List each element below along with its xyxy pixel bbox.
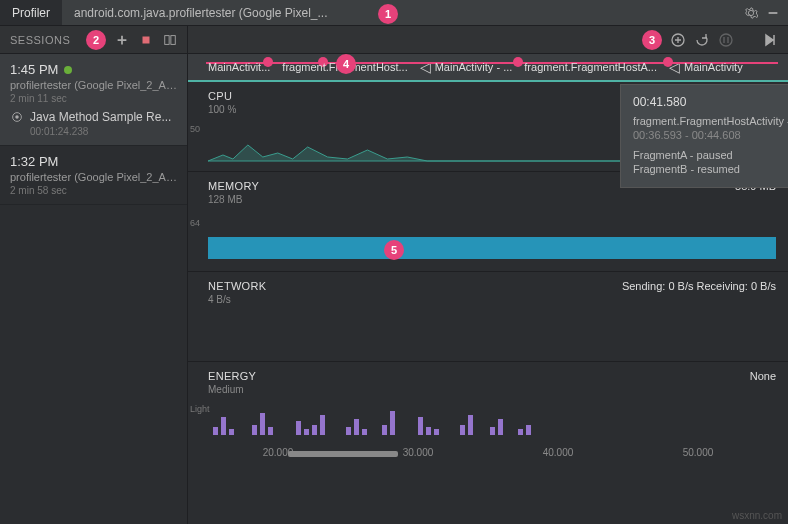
network-value: Sending: 0 B/s Receiving: 0 B/s bbox=[622, 280, 776, 292]
axis-mid: 50 bbox=[190, 124, 200, 134]
method-name: Java Method Sample Re... bbox=[30, 110, 171, 124]
svg-rect-3 bbox=[171, 35, 175, 44]
callout-3: 3 bbox=[642, 30, 662, 50]
energy-pane[interactable]: ENERGY None Medium Light bbox=[188, 362, 788, 443]
profiler-content: MainActivit... fragment.FragmentHost... … bbox=[188, 26, 788, 524]
activity-label: MainActivit... bbox=[208, 61, 270, 73]
svg-rect-0 bbox=[769, 12, 778, 14]
pane-title: CPU bbox=[208, 90, 232, 102]
activity-timeline[interactable]: MainActivit... fragment.FragmentHost... … bbox=[188, 54, 788, 82]
active-dot-icon bbox=[64, 66, 72, 74]
activity-label: MainActivity bbox=[684, 61, 743, 73]
network-pane[interactable]: NETWORK Sending: 0 B/s Receiving: 0 B/s … bbox=[188, 272, 788, 362]
minimize-icon[interactable] bbox=[766, 6, 780, 20]
range-selector[interactable] bbox=[288, 451, 398, 457]
pane-title: NETWORK bbox=[208, 280, 266, 292]
pane-title: MEMORY bbox=[208, 180, 259, 192]
svg-point-8 bbox=[720, 34, 732, 46]
session-name: profilertester (Google Pixel_2_API... bbox=[10, 79, 177, 91]
pause-icon[interactable] bbox=[718, 32, 734, 48]
svg-rect-2 bbox=[165, 35, 169, 44]
session-time: 1:32 PM bbox=[10, 154, 58, 169]
activity-label: fragment.FragmentHostA... bbox=[524, 61, 657, 73]
tooltip-line: FragmentA - paused bbox=[633, 149, 788, 161]
axis-mid: Light bbox=[190, 404, 210, 414]
memory-chart bbox=[208, 205, 776, 263]
session-duration: 2 min 58 sec bbox=[10, 185, 177, 196]
tab-profiler[interactable]: Profiler bbox=[0, 0, 62, 25]
jump-to-live-icon[interactable] bbox=[762, 32, 778, 48]
svg-rect-1 bbox=[143, 36, 150, 43]
callout-5: 5 bbox=[384, 240, 404, 260]
tooltip-title: fragment.FragmentHostActivity - stopped … bbox=[633, 115, 788, 127]
hover-tooltip: 00:41.580 fragment.FragmentHostActivity … bbox=[620, 84, 788, 188]
callout-4: 4 bbox=[336, 54, 356, 74]
zoom-in-icon[interactable] bbox=[670, 32, 686, 48]
axis-max: 128 MB bbox=[208, 194, 788, 205]
network-chart bbox=[208, 305, 776, 353]
layout-icon[interactable] bbox=[163, 33, 177, 47]
axis-mid: 64 bbox=[190, 218, 200, 228]
axis-max: 4 B/s bbox=[208, 294, 788, 305]
session-time: 1:45 PM bbox=[10, 62, 58, 77]
tooltip-time: 00:41.580 bbox=[633, 95, 788, 109]
activity-label: MainActivity - ... bbox=[435, 61, 513, 73]
tick: 40.000 bbox=[488, 447, 628, 458]
session-name: profilertester (Google Pixel_2_API... bbox=[10, 171, 177, 183]
tick: 50.000 bbox=[628, 447, 768, 458]
session-duration: 2 min 11 sec bbox=[10, 93, 177, 104]
callout-1: 1 bbox=[378, 4, 398, 24]
timeline-controls bbox=[188, 26, 788, 54]
session-item[interactable]: 1:45 PM profilertester (Google Pixel_2_A… bbox=[0, 54, 187, 146]
sessions-sidebar: SESSIONS 1:45 PM profilertester (Google … bbox=[0, 26, 188, 524]
svg-point-5 bbox=[15, 115, 19, 119]
add-session-icon[interactable] bbox=[115, 33, 129, 47]
tab-app[interactable]: android.com.java.profilertester (Google … bbox=[62, 0, 339, 25]
tooltip-line: FragmentB - resumed bbox=[633, 163, 788, 175]
session-item[interactable]: 1:32 PM profilertester (Google Pixel_2_A… bbox=[0, 146, 187, 205]
callout-2: 2 bbox=[86, 30, 106, 50]
pane-title: ENERGY bbox=[208, 370, 256, 382]
gear-icon[interactable] bbox=[744, 6, 758, 20]
energy-value: None bbox=[750, 370, 776, 382]
axis-max: Medium bbox=[208, 384, 788, 395]
reset-zoom-icon[interactable] bbox=[694, 32, 710, 48]
stop-session-icon[interactable] bbox=[139, 33, 153, 47]
energy-chart bbox=[208, 395, 788, 435]
sessions-label: SESSIONS bbox=[10, 34, 70, 46]
time-axis[interactable]: 20.000 30.000 40.000 50.000 bbox=[188, 443, 788, 461]
method-trace-icon bbox=[10, 110, 24, 124]
watermark: wsxnn.com bbox=[732, 510, 782, 521]
tooltip-range: 00:36.593 - 00:44.608 bbox=[633, 129, 788, 141]
method-time: 00:01:24.238 bbox=[30, 126, 177, 137]
